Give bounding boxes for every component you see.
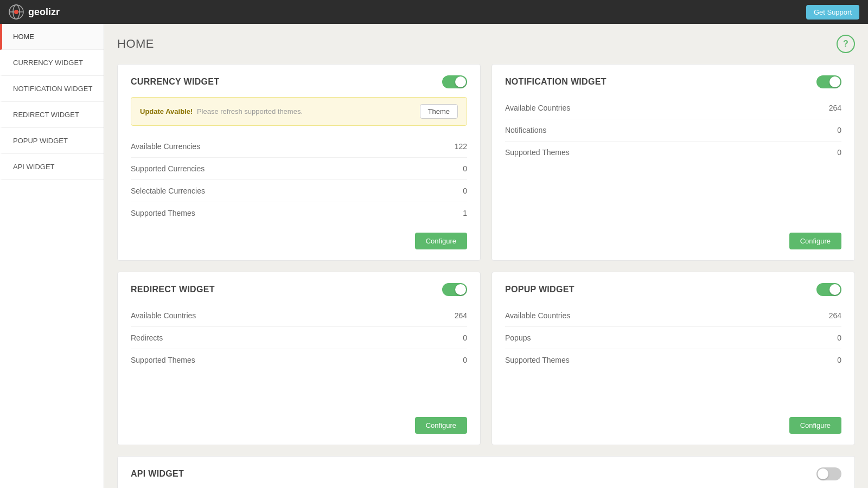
currency-alert-banner: Update Avaible! Please refresh supported… bbox=[131, 97, 467, 126]
stat-value: 0 bbox=[837, 333, 841, 342]
stat-value: 0 bbox=[837, 148, 841, 157]
stat-label: Available Countries bbox=[131, 311, 196, 320]
page-header: HOME ? bbox=[117, 35, 855, 53]
redirect-configure-button[interactable]: Configure bbox=[415, 417, 467, 434]
redirect-widget-header: REDIRECT WIDGET bbox=[131, 283, 467, 296]
popup-widget-toggle[interactable] bbox=[816, 283, 841, 296]
stat-label: Notifications bbox=[505, 126, 546, 134]
stat-row: Supported Themes 1 bbox=[131, 202, 467, 224]
api-widget-card: API WIDGET bbox=[117, 456, 855, 488]
sidebar-item-notification-widget[interactable]: NOTIFICATION WIDGET bbox=[0, 76, 104, 102]
layout: HOME CURRENCY WIDGET NOTIFICATION WIDGET… bbox=[0, 24, 868, 488]
popup-card-footer: Configure bbox=[505, 417, 841, 434]
sidebar-item-api-widget[interactable]: API WIDGET bbox=[0, 154, 104, 180]
theme-button[interactable]: Theme bbox=[420, 104, 458, 119]
currency-widget-toggle[interactable] bbox=[442, 75, 467, 88]
stat-label: Supported Themes bbox=[131, 209, 195, 217]
currency-widget-title: CURRENCY WIDGET bbox=[131, 77, 219, 87]
stat-row: Supported Themes 0 bbox=[505, 142, 841, 163]
popup-stats-list: Available Countries 264 Popups 0 Support… bbox=[505, 305, 841, 408]
stat-row: Available Countries 264 bbox=[131, 305, 467, 327]
sidebar-item-redirect-widget[interactable]: REDIRECT WIDGET bbox=[0, 102, 104, 128]
currency-stats-list: Available Currencies 122 Supported Curre… bbox=[131, 136, 467, 224]
stat-value: 264 bbox=[455, 311, 467, 320]
stat-label: Supported Currencies bbox=[131, 164, 205, 173]
popup-widget-header: POPUP WIDGET bbox=[505, 283, 841, 296]
stat-row: Selectable Currencies 0 bbox=[131, 180, 467, 202]
help-icon-button[interactable]: ? bbox=[837, 35, 855, 53]
page-title: HOME bbox=[117, 37, 154, 51]
svg-point-3 bbox=[14, 10, 18, 14]
stat-label: Supported Themes bbox=[505, 356, 570, 364]
stat-value: 0 bbox=[463, 356, 467, 364]
sidebar-item-home[interactable]: HOME bbox=[0, 24, 104, 50]
stat-value: 264 bbox=[829, 311, 841, 320]
currency-card-footer: Configure bbox=[131, 233, 467, 249]
stat-label: Supported Themes bbox=[505, 148, 570, 157]
api-widget-header: API WIDGET bbox=[131, 467, 841, 480]
currency-configure-button[interactable]: Configure bbox=[415, 233, 467, 249]
currency-widget-card: CURRENCY WIDGET Update Avaible! Please r… bbox=[117, 64, 481, 261]
redirect-toggle-knob bbox=[455, 284, 466, 295]
logo-text: geolizr bbox=[28, 7, 60, 18]
stat-label: Supported Themes bbox=[131, 356, 195, 364]
sidebar-item-popup-widget[interactable]: POPUP WIDGET bbox=[0, 128, 104, 154]
stat-row: Available Countries 264 bbox=[505, 305, 841, 327]
notification-toggle-knob bbox=[829, 76, 840, 87]
notification-widget-toggle[interactable] bbox=[816, 75, 841, 88]
stat-value: 0 bbox=[463, 164, 467, 173]
api-widget-toggle[interactable] bbox=[816, 467, 841, 480]
notification-widget-card: NOTIFICATION WIDGET Available Countries … bbox=[492, 64, 855, 261]
redirect-widget-toggle[interactable] bbox=[442, 283, 467, 296]
redirect-stats-list: Available Countries 264 Redirects 0 Supp… bbox=[131, 305, 467, 408]
sidebar: HOME CURRENCY WIDGET NOTIFICATION WIDGET… bbox=[0, 24, 104, 488]
stat-value: 0 bbox=[837, 356, 841, 364]
currency-widget-header: CURRENCY WIDGET bbox=[131, 75, 467, 88]
notification-card-footer: Configure bbox=[505, 233, 841, 249]
api-toggle-knob bbox=[818, 468, 828, 479]
stat-row: Supported Themes 0 bbox=[131, 349, 467, 371]
stat-value: 0 bbox=[837, 126, 841, 134]
stat-value: 0 bbox=[463, 333, 467, 342]
stat-row: Supported Themes 0 bbox=[505, 349, 841, 371]
stat-row: Available Currencies 122 bbox=[131, 136, 467, 158]
stat-label: Redirects bbox=[131, 333, 163, 342]
alert-bold: Update Avaible! bbox=[140, 107, 193, 115]
stat-label: Available Countries bbox=[505, 311, 570, 320]
main-content: HOME ? CURRENCY WIDGET Update Avaible! P… bbox=[104, 24, 868, 488]
stat-value: 122 bbox=[455, 142, 467, 151]
api-widget-title: API WIDGET bbox=[131, 469, 184, 479]
notification-widget-title: NOTIFICATION WIDGET bbox=[505, 77, 607, 87]
popup-widget-title: POPUP WIDGET bbox=[505, 285, 575, 294]
stat-value: 0 bbox=[463, 187, 467, 195]
redirect-widget-title: REDIRECT WIDGET bbox=[131, 285, 215, 294]
stat-label: Available Currencies bbox=[131, 142, 200, 151]
currency-toggle-knob bbox=[455, 76, 466, 87]
get-support-button[interactable]: Get Support bbox=[806, 5, 859, 20]
stat-value: 1 bbox=[463, 209, 467, 217]
alert-text: Update Avaible! Please refresh supported… bbox=[140, 107, 303, 115]
stat-row: Supported Currencies 0 bbox=[131, 158, 467, 180]
popup-widget-card: POPUP WIDGET Available Countries 264 Pop… bbox=[492, 272, 855, 445]
popup-configure-button[interactable]: Configure bbox=[789, 417, 841, 434]
stat-value: 264 bbox=[829, 104, 841, 112]
sidebar-item-currency-widget[interactable]: CURRENCY WIDGET bbox=[0, 50, 104, 76]
stat-row: Available Countries 264 bbox=[505, 97, 841, 119]
geolizr-logo-icon bbox=[9, 4, 24, 20]
notification-stats-list: Available Countries 264 Notifications 0 … bbox=[505, 97, 841, 224]
stat-label: Selectable Currencies bbox=[131, 187, 205, 195]
topnav: geolizr Get Support bbox=[0, 0, 868, 24]
stat-label: Available Countries bbox=[505, 104, 570, 112]
redirect-widget-card: REDIRECT WIDGET Available Countries 264 … bbox=[117, 272, 481, 445]
stat-row: Notifications 0 bbox=[505, 119, 841, 142]
logo: geolizr bbox=[9, 4, 60, 20]
stat-row: Popups 0 bbox=[505, 327, 841, 349]
notification-widget-header: NOTIFICATION WIDGET bbox=[505, 75, 841, 88]
stat-label: Popups bbox=[505, 333, 531, 342]
cards-grid: CURRENCY WIDGET Update Avaible! Please r… bbox=[117, 64, 855, 445]
notification-configure-button[interactable]: Configure bbox=[789, 233, 841, 249]
redirect-card-footer: Configure bbox=[131, 417, 467, 434]
alert-normal: Please refresh supported themes. bbox=[197, 107, 303, 115]
popup-toggle-knob bbox=[829, 284, 840, 295]
stat-row: Redirects 0 bbox=[131, 327, 467, 349]
